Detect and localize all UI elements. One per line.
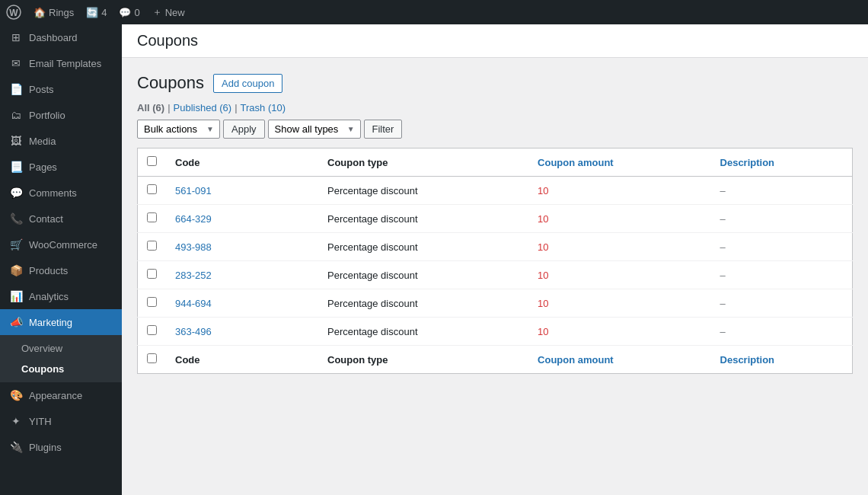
comments-item[interactable]: 💬 0 <box>119 7 139 18</box>
sidebar-item-plugins[interactable]: 🔌 Plugins <box>0 434 122 460</box>
new-item[interactable]: ＋ New <box>152 5 185 19</box>
sidebar-item-portfolio[interactable]: 🗂 Portfolio <box>0 102 122 128</box>
media-icon: 🖼 <box>9 134 23 148</box>
sidebar-label-yith: YITH <box>29 416 52 427</box>
wp-logo-item[interactable]: W <box>6 5 21 20</box>
yith-icon: ✦ <box>9 414 23 428</box>
row-type-cell: Percentage discount <box>318 205 528 233</box>
row-type-cell: Percentage discount <box>318 289 528 318</box>
plugins-icon: 🔌 <box>9 440 23 454</box>
footer-type-label: Coupon type <box>327 354 388 366</box>
row-type-cell: Percentage discount <box>318 261 528 289</box>
coupon-code-link[interactable]: 493-988 <box>175 241 212 253</box>
pages-icon: 📃 <box>9 160 23 174</box>
sidebar-label-marketing: Marketing <box>29 317 72 328</box>
row-checkbox[interactable] <box>147 212 157 222</box>
coupon-code-link[interactable]: 363-496 <box>175 326 212 337</box>
sep2: | <box>235 102 237 113</box>
wp-logo-icon: W <box>6 5 21 20</box>
sidebar-item-analytics[interactable]: 📊 Analytics <box>0 283 122 309</box>
sidebar-sub-overview[interactable]: Overview <box>0 338 122 359</box>
row-desc-cell: – <box>711 261 853 289</box>
row-code-cell: 363-496 <box>166 318 318 346</box>
home-icon: 🏠 <box>34 7 46 18</box>
header-desc-label: Description <box>720 157 775 168</box>
woo-icon: 🛒 <box>9 238 23 251</box>
comments-icon: 💬 <box>119 7 131 18</box>
row-checkbox[interactable] <box>147 184 157 194</box>
all-count: (6) <box>152 102 164 113</box>
row-checkbox[interactable] <box>147 325 157 335</box>
row-type-cell: Percentage discount <box>318 233 528 261</box>
topbar: W 🏠 Rings 🔄 4 💬 0 ＋ New <box>0 0 868 24</box>
row-checkbox-cell <box>138 318 167 346</box>
sidebar: ⊞ Dashboard ✉ Email Templates 📄 Posts 🗂 … <box>0 24 122 495</box>
coupon-code-link[interactable]: 944-694 <box>175 298 212 309</box>
sidebar-item-pages[interactable]: 📃 Pages <box>0 154 122 180</box>
sidebar-item-posts[interactable]: 📄 Posts <box>0 76 122 102</box>
filter-button[interactable]: Filter <box>364 120 403 139</box>
comments-count: 0 <box>134 7 139 18</box>
sidebar-item-contact[interactable]: 📞 Contact <box>0 206 122 232</box>
header-description: Description <box>711 148 853 177</box>
sidebar-label-pages: Pages <box>29 161 57 173</box>
trash-filter[interactable]: Trash (10) <box>241 102 286 113</box>
row-amount-cell: 10 <box>528 261 710 289</box>
header-type: Coupon type <box>318 148 528 177</box>
type-select[interactable]: Show all types <box>268 120 361 139</box>
appearance-icon: 🎨 <box>9 388 23 402</box>
sidebar-label-comments: Comments <box>29 187 77 199</box>
sidebar-label-posts: Posts <box>29 84 54 95</box>
content-area: Coupons Add coupon All (6) | Published (… <box>122 58 868 389</box>
sidebar-item-comments[interactable]: 💬 Comments <box>0 180 122 206</box>
row-code-cell: 664-329 <box>166 205 318 233</box>
published-filter[interactable]: Published (6) <box>174 102 232 113</box>
sidebar-label-products: Products <box>29 265 68 276</box>
coupons-table: Code Coupon type Coupon amount Descripti… <box>137 148 853 374</box>
row-checkbox[interactable] <box>147 241 157 251</box>
updates-icon: 🔄 <box>86 7 98 18</box>
sidebar-item-media[interactable]: 🖼 Media <box>0 128 122 154</box>
row-code-cell: 493-988 <box>166 233 318 261</box>
page-title: Coupons <box>137 73 204 93</box>
updates-item[interactable]: 🔄 4 <box>86 7 107 18</box>
footer-type: Coupon type <box>318 346 528 374</box>
footer-amount-label: Coupon amount <box>538 354 614 366</box>
coupon-code-link[interactable]: 561-091 <box>175 185 212 196</box>
site-name-item[interactable]: 🏠 Rings <box>34 7 74 18</box>
row-desc-cell: – <box>711 318 853 346</box>
select-all-footer-checkbox[interactable] <box>147 353 157 363</box>
sidebar-item-appearance[interactable]: 🎨 Appearance <box>0 382 122 408</box>
sidebar-item-products[interactable]: 📦 Products <box>0 257 122 283</box>
sep1: | <box>168 102 170 113</box>
sidebar-sub-label-coupons: Coupons <box>21 363 64 375</box>
footer-desc: Description <box>711 346 853 374</box>
apply-button[interactable]: Apply <box>223 120 265 139</box>
row-desc-cell: – <box>711 177 853 205</box>
all-filter[interactable]: All (6) <box>137 102 164 113</box>
sidebar-item-email-templates[interactable]: ✉ Email Templates <box>0 50 122 76</box>
sidebar-item-dashboard[interactable]: ⊞ Dashboard <box>0 24 122 50</box>
svg-text:W: W <box>9 8 18 18</box>
table-row: 493-988 Percentage discount 10 – <box>138 233 853 261</box>
table-row: 944-694 Percentage discount 10 – <box>138 289 853 318</box>
row-code-cell: 561-091 <box>166 177 318 205</box>
sidebar-item-yith[interactable]: ✦ YITH <box>0 408 122 434</box>
select-all-checkbox[interactable] <box>147 156 157 166</box>
add-coupon-button[interactable]: Add coupon <box>213 74 282 93</box>
row-amount-cell: 10 <box>528 177 710 205</box>
site-name: Rings <box>49 7 74 18</box>
coupon-code-link[interactable]: 664-329 <box>175 213 212 225</box>
row-checkbox-cell <box>138 233 167 261</box>
sidebar-label-analytics: Analytics <box>29 291 69 302</box>
sidebar-item-marketing[interactable]: 📣 Marketing <box>0 309 122 335</box>
sidebar-label-email-templates: Email Templates <box>29 58 101 69</box>
row-checkbox[interactable] <box>147 297 157 307</box>
sidebar-sub-coupons[interactable]: Coupons <box>0 359 122 379</box>
sidebar-item-woocommerce[interactable]: 🛒 WooCommerce <box>0 232 122 257</box>
row-checkbox[interactable] <box>147 269 157 279</box>
coupon-code-link[interactable]: 283-252 <box>175 270 212 281</box>
bulk-actions-select[interactable]: Bulk actions <box>137 120 220 139</box>
plus-icon: ＋ <box>152 5 162 19</box>
filter-links: All (6) | Published (6) | Trash (10) <box>137 102 853 113</box>
